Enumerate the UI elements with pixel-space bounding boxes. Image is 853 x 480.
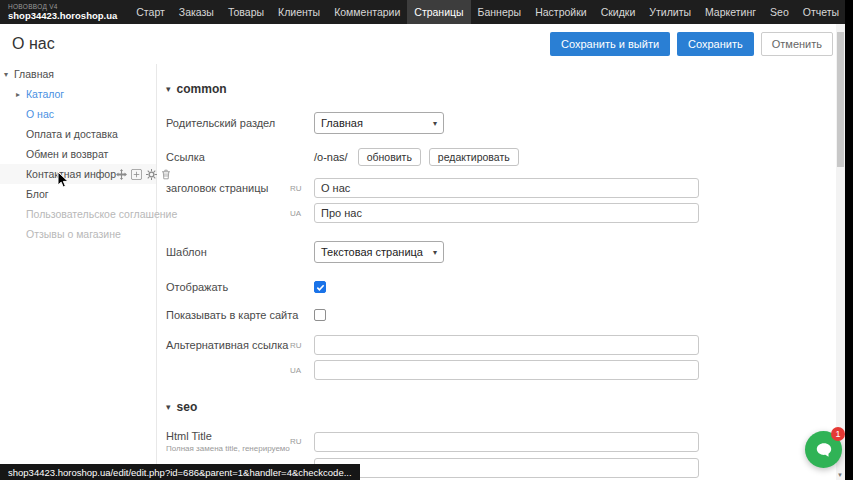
page-tree-sidebar: ▾ Главная ▸ Каталог О нас Оплата и доста… — [0, 64, 157, 480]
tree-item-catalog[interactable]: ▸ Каталог — [0, 84, 156, 104]
html-title-ru-row: Html Title Полная замена title, генериру… — [166, 430, 840, 453]
tree-item-label: О нас — [26, 108, 54, 120]
page-edit-form: ▾ common Родительский раздел Главная ▾ С… — [158, 64, 840, 480]
html-title-hint: Полная замена title, генерируемого — [166, 444, 290, 453]
chevron-down-icon: ▾ — [433, 119, 437, 128]
save-button[interactable]: Сохранить — [677, 32, 754, 56]
tree-item-label: Контактная инфор — [26, 168, 116, 180]
caret-right-icon[interactable]: ▸ — [16, 90, 26, 99]
brand-domain: shop34423.horoshop.ua — [8, 10, 117, 21]
alt-link-ru-input[interactable] — [314, 335, 699, 355]
tree-item-label: Блог — [26, 188, 49, 200]
page-header: О нас Сохранить и выйти Сохранить Отмени… — [0, 24, 845, 64]
tree-item-contact-info[interactable]: Контактная инфор — [0, 164, 156, 184]
scrollbar-thumb[interactable] — [837, 32, 844, 167]
page-title-ua-input[interactable] — [314, 203, 699, 223]
topbar: НОВОВВОД V4 shop34423.horoshop.ua Старт … — [0, 0, 845, 24]
tree-item-payment-delivery[interactable]: Оплата и доставка — [0, 124, 156, 144]
main-menu: Старт Заказы Товары Клиенты Комментарии … — [129, 0, 846, 24]
section-common[interactable]: ▾ common — [166, 82, 840, 96]
tree-item-label: Каталог — [26, 88, 64, 100]
scroll-down-icon[interactable]: ▼ — [837, 472, 843, 478]
section-title: seo — [177, 400, 198, 414]
parent-section-select[interactable]: Главная ▾ — [314, 112, 444, 134]
status-url: shop34423.horoshop.ua/edit/edit.php?id=6… — [8, 467, 352, 478]
field-label: Отображать — [166, 281, 290, 293]
field-label: Шаблон — [166, 246, 290, 258]
menu-orders[interactable]: Заказы — [172, 0, 221, 24]
lang-ua-label: UA — [290, 366, 306, 375]
vertical-scrollbar[interactable]: ▼ — [836, 24, 845, 480]
page-title-ua-row: UA — [166, 203, 840, 223]
page-title-ru-row: заголовок страницы RU — [166, 178, 840, 198]
header-buttons: Сохранить и выйти Сохранить Отменить — [550, 32, 833, 56]
refresh-link-button[interactable]: обновить — [358, 148, 421, 166]
sitemap-checkbox[interactable] — [314, 309, 326, 321]
menu-marketing[interactable]: Маркетинг — [698, 0, 763, 24]
link-value: /o-nas/ — [314, 151, 348, 163]
menu-banners[interactable]: Баннеры — [471, 0, 529, 24]
selected-value: Главная — [321, 117, 363, 129]
lang-ru-label: RU — [290, 437, 306, 446]
chat-widget-button[interactable]: 1 — [805, 431, 842, 468]
section-title: common — [177, 82, 227, 96]
menu-reports[interactable]: Отчеты — [796, 0, 846, 24]
template-select[interactable]: Текстовая страница ▾ — [314, 241, 444, 263]
alt-link-ua-input[interactable] — [314, 360, 699, 380]
tree-item-label: Обмен и возврат — [26, 148, 108, 160]
right-black-strip — [845, 0, 853, 480]
field-label: Ссылка — [166, 151, 290, 163]
section-seo[interactable]: ▾ seo — [166, 400, 840, 414]
field-label: Родительский раздел — [166, 117, 290, 129]
display-row: Отображать — [166, 281, 840, 293]
cancel-button[interactable]: Отменить — [761, 32, 833, 56]
chat-bubble-icon — [815, 441, 833, 459]
tree-item-label: Оплата и доставка — [26, 128, 118, 140]
lang-ua-label: UA — [290, 209, 306, 218]
field-label: Альтернативная ссылка — [166, 339, 290, 351]
collapse-icon: ▾ — [166, 402, 171, 412]
alt-link-ua-row: UA — [166, 360, 840, 380]
page-title-ru-input[interactable] — [314, 178, 699, 198]
caret-down-icon[interactable]: ▾ — [4, 70, 14, 79]
lang-ru-label: RU — [290, 184, 306, 193]
menu-products[interactable]: Товары — [221, 0, 271, 24]
tree-item-exchange-return[interactable]: Обмен и возврат — [0, 144, 156, 164]
menu-comments[interactable]: Комментарии — [327, 0, 407, 24]
menu-utilities[interactable]: Утилиты — [642, 0, 698, 24]
html-title-label: Html Title — [166, 430, 212, 442]
tree-item-label: Отзывы о магазине — [26, 228, 121, 240]
menu-settings[interactable]: Настройки — [528, 0, 594, 24]
save-and-exit-button[interactable]: Сохранить и выйти — [550, 32, 670, 56]
tree-item-user-agreement[interactable]: Пользовательское соглашение — [0, 204, 156, 224]
menu-seo[interactable]: Seo — [763, 0, 796, 24]
display-checkbox[interactable] — [314, 281, 326, 293]
menu-start[interactable]: Старт — [129, 0, 172, 24]
alt-link-ru-row: Альтернативная ссылка RU — [166, 335, 840, 355]
field-label: заголовок страницы — [166, 182, 290, 194]
menu-clients[interactable]: Клиенты — [271, 0, 327, 24]
tree-item-label: Главная — [14, 68, 54, 80]
collapse-icon: ▾ — [166, 84, 171, 94]
menu-discounts[interactable]: Скидки — [594, 0, 643, 24]
brand-version: НОВОВВОД V4 — [8, 3, 117, 10]
menu-pages[interactable]: Страницы — [407, 0, 470, 24]
selected-value: Текстовая страница — [321, 246, 423, 258]
parent-section-row: Родительский раздел Главная ▾ — [166, 112, 840, 134]
add-page-icon[interactable] — [131, 169, 142, 180]
link-row: Ссылка /o-nas/ обновить редактировать — [166, 148, 840, 166]
tree-item-about[interactable]: О нас — [0, 104, 156, 124]
html-title-ru-input[interactable] — [314, 432, 699, 452]
brand[interactable]: НОВОВВОД V4 shop34423.horoshop.ua — [0, 3, 129, 21]
tree-item-home[interactable]: ▾ Главная — [0, 64, 156, 84]
gear-icon[interactable] — [146, 169, 157, 180]
edit-link-button[interactable]: редактировать — [429, 148, 519, 166]
page-title: О нас — [12, 35, 55, 53]
move-icon[interactable] — [116, 169, 127, 180]
html-title-ua-input[interactable] — [314, 458, 699, 478]
link-status-tooltip: shop34423.horoshop.ua/edit/edit.php?id=6… — [0, 464, 360, 480]
sitemap-row: Показывать в карте сайта — [166, 309, 840, 321]
tree-item-blog[interactable]: Блог — [0, 184, 156, 204]
lang-ru-label: RU — [290, 341, 306, 350]
tree-item-store-reviews[interactable]: Отзывы о магазине — [0, 224, 156, 244]
